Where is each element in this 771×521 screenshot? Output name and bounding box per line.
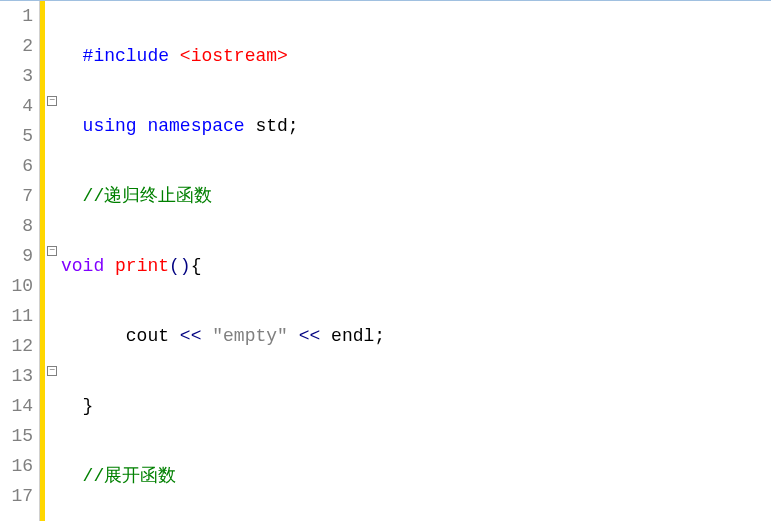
fold-cell — [45, 331, 59, 361]
fold-column[interactable]: − − − — [45, 1, 59, 521]
operator: << — [169, 326, 212, 346]
fold-cell — [45, 61, 59, 91]
sp — [104, 256, 115, 276]
identifier: endl — [331, 326, 374, 346]
fold-cell — [45, 451, 59, 481]
indent — [61, 116, 83, 136]
identifier: std — [255, 116, 287, 136]
code-area[interactable]: #include <iostream> using namespace std;… — [59, 1, 771, 521]
line-number: 10 — [0, 271, 33, 301]
line-number: 14 — [0, 391, 33, 421]
fold-toggle[interactable]: − — [45, 241, 59, 271]
line-number: 2 — [0, 31, 33, 61]
punct: { — [191, 256, 202, 276]
fold-cell — [45, 481, 59, 511]
fold-cell — [45, 121, 59, 151]
punct: ; — [288, 116, 299, 136]
type: void — [61, 256, 104, 276]
line-number: 16 — [0, 451, 33, 481]
indent — [61, 326, 126, 346]
string-literal: "empty" — [212, 326, 288, 346]
function-name: print — [115, 256, 169, 276]
line-number: 9 — [0, 241, 33, 271]
line-number: 13 — [0, 361, 33, 391]
preproc: #include — [83, 46, 180, 66]
code-line[interactable]: #include <iostream> — [61, 41, 771, 71]
fold-cell — [45, 271, 59, 301]
fold-cell — [45, 211, 59, 241]
punct: ) — [180, 256, 191, 276]
minus-icon: − — [47, 366, 57, 376]
line-number: 8 — [0, 211, 33, 241]
fold-cell — [45, 181, 59, 211]
code-line[interactable]: //展开函数 — [61, 461, 771, 491]
line-number: 15 — [0, 421, 33, 451]
fold-cell — [45, 421, 59, 451]
punct: } — [83, 396, 94, 416]
code-line[interactable]: void print(){ — [61, 251, 771, 281]
fold-toggle[interactable]: − — [45, 91, 59, 121]
fold-cell — [45, 391, 59, 421]
keyword: using — [83, 116, 148, 136]
code-editor[interactable]: 1 2 3 4 5 6 7 8 9 10 11 12 13 14 15 16 1… — [0, 1, 771, 521]
line-number: 5 — [0, 121, 33, 151]
line-number: 6 — [0, 151, 33, 181]
operator: << — [288, 326, 331, 346]
header-name: <iostream> — [180, 46, 288, 66]
minus-icon: − — [47, 246, 57, 256]
indent — [61, 396, 83, 416]
code-line[interactable]: } — [61, 391, 771, 421]
punct: ; — [374, 326, 385, 346]
line-number: 3 — [0, 61, 33, 91]
fold-cell — [45, 151, 59, 181]
punct: ( — [169, 256, 180, 276]
keyword: namespace — [147, 116, 255, 136]
line-number: 17 — [0, 481, 33, 511]
minus-icon: − — [47, 96, 57, 106]
fold-toggle[interactable]: − — [45, 361, 59, 391]
line-number: 12 — [0, 331, 33, 361]
indent — [61, 46, 83, 66]
indent — [61, 466, 83, 486]
fold-cell — [45, 1, 59, 31]
code-line[interactable]: //递归终止函数 — [61, 181, 771, 211]
fold-cell — [45, 31, 59, 61]
line-number: 1 — [0, 1, 33, 31]
line-number: 11 — [0, 301, 33, 331]
code-line[interactable]: cout << "empty" << endl; — [61, 321, 771, 351]
comment: //展开函数 — [83, 466, 177, 486]
indent — [61, 186, 83, 206]
line-number: 4 — [0, 91, 33, 121]
comment: //递归终止函数 — [83, 186, 213, 206]
code-line[interactable]: using namespace std; — [61, 111, 771, 141]
line-number: 7 — [0, 181, 33, 211]
fold-cell — [45, 301, 59, 331]
line-number-gutter: 1 2 3 4 5 6 7 8 9 10 11 12 13 14 15 16 1… — [0, 1, 40, 521]
identifier: cout — [126, 326, 169, 346]
